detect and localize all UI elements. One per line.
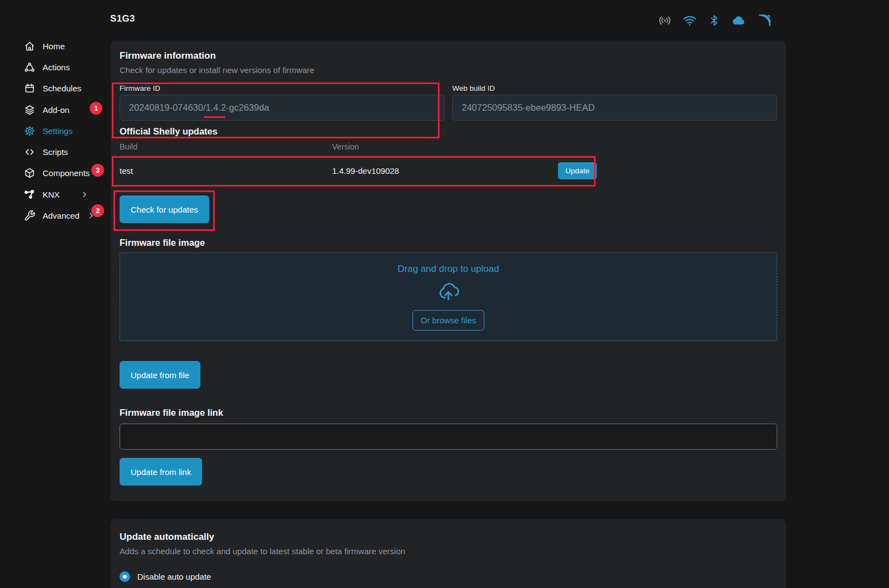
sidebar: Home Actions Schedules Add-on Settings S… bbox=[0, 35, 111, 226]
chevron-right-icon bbox=[87, 212, 95, 220]
column-header-version: Version bbox=[332, 142, 546, 151]
browse-files-button[interactable]: Or browse files bbox=[412, 310, 484, 331]
web-build-id-input[interactable] bbox=[452, 95, 777, 121]
cube-icon bbox=[24, 167, 35, 179]
official-updates-heading: Official Shelly updates bbox=[120, 126, 777, 137]
column-header-build: Build bbox=[120, 142, 332, 151]
panel-title: Firmware information bbox=[120, 50, 777, 61]
disable-auto-update-option[interactable]: Disable auto update bbox=[120, 571, 777, 582]
radio-label: Disable auto update bbox=[137, 572, 211, 581]
panel-subtitle: Adds a schedule to check and update to l… bbox=[120, 546, 777, 556]
build-cell: test bbox=[120, 166, 332, 176]
knx-icon bbox=[24, 189, 35, 200]
sidebar-item-home[interactable]: Home bbox=[0, 35, 111, 56]
calendar-icon bbox=[24, 82, 35, 94]
check-for-updates-button[interactable]: Check for updates bbox=[120, 195, 209, 223]
device-title: S1G3 bbox=[110, 13, 135, 24]
sidebar-item-label: Actions bbox=[43, 63, 70, 72]
table-row: test 1.4.99-dev109028 Update bbox=[120, 155, 597, 186]
table-header-row: Build Version bbox=[120, 142, 597, 155]
sidebar-item-label: Scripts bbox=[43, 147, 68, 157]
radio-selected-icon[interactable] bbox=[120, 571, 130, 582]
update-from-file-button[interactable]: Update from file bbox=[120, 361, 200, 389]
firmware-file-image-heading: Firmware file image bbox=[120, 238, 777, 248]
sidebar-item-add-on[interactable]: Add-on bbox=[0, 99, 111, 120]
sidebar-item-actions[interactable]: Actions bbox=[0, 56, 111, 78]
dropzone-text: Drag and drop to upload bbox=[397, 264, 499, 275]
panel-title: Update automatically bbox=[120, 532, 777, 543]
sidebar-item-advanced[interactable]: Advanced bbox=[0, 205, 111, 226]
panel-subtitle: Check for updates or install new version… bbox=[120, 65, 777, 75]
cloud-icon[interactable] bbox=[731, 13, 747, 28]
sidebar-item-label: Schedules bbox=[43, 84, 81, 93]
code-icon bbox=[24, 146, 35, 158]
web-build-id-label: Web build ID bbox=[452, 84, 777, 92]
sidebar-item-settings[interactable]: Settings bbox=[0, 120, 111, 141]
web-build-id-field-group: Web build ID bbox=[452, 84, 777, 121]
official-updates-table: Build Version test 1.4.99-dev109028 Upda… bbox=[120, 142, 597, 186]
actions-icon bbox=[24, 61, 35, 73]
firmware-id-input[interactable] bbox=[120, 95, 444, 121]
update-from-link-button[interactable]: Update from link bbox=[120, 458, 202, 486]
sidebar-item-label: Components bbox=[43, 168, 90, 178]
firmware-information-panel: Firmware information Check for updates o… bbox=[111, 40, 786, 501]
firmware-id-field-group: Firmware ID bbox=[120, 84, 444, 121]
sidebar-item-label: KNX bbox=[43, 190, 60, 199]
firmware-link-input[interactable] bbox=[120, 424, 777, 450]
home-icon bbox=[24, 40, 35, 52]
upload-cloud-icon bbox=[436, 280, 461, 303]
version-cell: 1.4.99-dev109028 bbox=[332, 166, 546, 176]
firmware-file-image-link-heading: Firmware file image link bbox=[120, 408, 777, 418]
sidebar-item-scripts[interactable]: Scripts bbox=[0, 141, 111, 162]
update-automatically-panel: Update automatically Adds a schedule to … bbox=[111, 519, 786, 588]
sidebar-item-label: Settings bbox=[43, 126, 73, 136]
sidebar-item-knx[interactable]: KNX bbox=[0, 184, 111, 205]
update-button[interactable]: Update bbox=[558, 162, 597, 179]
sidebar-item-components[interactable]: Components bbox=[0, 163, 111, 184]
bluetooth-icon[interactable] bbox=[707, 13, 721, 28]
sidebar-item-label: Advanced bbox=[43, 211, 80, 220]
sidebar-item-label: Add-on bbox=[43, 105, 69, 115]
sidebar-item-label: Home bbox=[43, 42, 65, 51]
sidebar-item-schedules[interactable]: Schedules bbox=[0, 78, 111, 99]
firmware-id-label: Firmware ID bbox=[120, 84, 444, 92]
status-bar bbox=[658, 13, 772, 28]
layers-icon bbox=[24, 104, 35, 116]
chevron-right-icon bbox=[80, 190, 89, 199]
wifi-icon[interactable] bbox=[683, 13, 697, 28]
firmware-file-dropzone[interactable]: Drag and drop to upload Or browse files bbox=[120, 252, 777, 341]
signal-range-icon[interactable] bbox=[757, 13, 772, 28]
access-point-icon[interactable] bbox=[658, 13, 672, 28]
build-id-fields: Firmware ID Web build ID bbox=[120, 84, 777, 121]
wrench-icon bbox=[24, 210, 35, 221]
gear-icon bbox=[24, 125, 35, 137]
